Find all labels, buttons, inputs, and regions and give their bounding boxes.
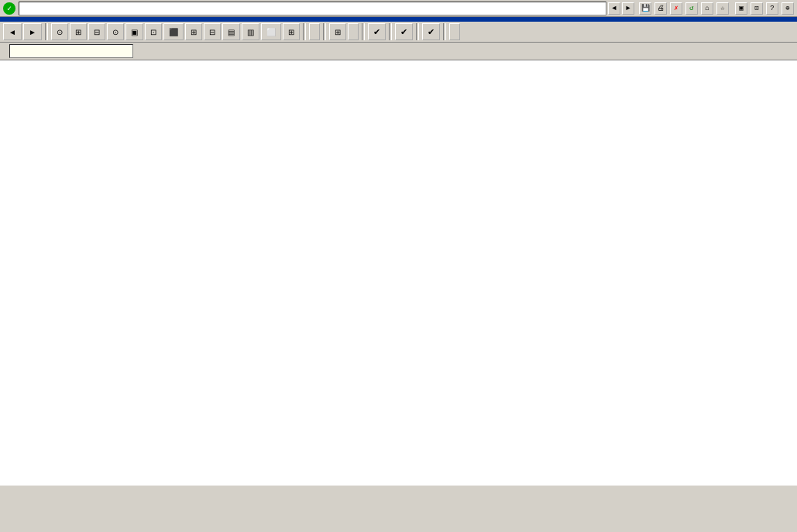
tb2-btn2[interactable]: ⊞: [70, 23, 87, 40]
tb4[interactable]: ⊕: [782, 2, 794, 15]
tb2-btnD[interactable]: ⊞: [283, 23, 300, 40]
forward-btn2[interactable]: ►: [23, 23, 42, 40]
tb2-btn5[interactable]: ▣: [125, 23, 143, 40]
tb2-btnC[interactable]: ⬜: [261, 23, 281, 40]
insert-btn[interactable]: [348, 23, 359, 40]
replace-btn[interactable]: ✔: [368, 23, 386, 40]
fav-btn[interactable]: ☆: [716, 2, 729, 15]
undo-btn[interactable]: ✔: [422, 23, 440, 40]
save-btn[interactable]: 💾: [639, 2, 651, 15]
forward-btn[interactable]: ►: [622, 2, 634, 15]
title-bar: ✓ ◄ ► 💾 🖨 ✗ ↺ ⌂ ☆ ▣ ⊡ ? ⊕: [0, 0, 797, 17]
back-btn[interactable]: ◄: [608, 2, 620, 15]
code-editor[interactable]: [0, 60, 797, 486]
tb2-btnE[interactable]: ⊞: [329, 23, 346, 40]
mode-btn[interactable]: [309, 23, 320, 40]
tb2[interactable]: ⊡: [751, 2, 763, 15]
tb2-btn7[interactable]: ⬛: [163, 23, 184, 40]
include-input[interactable]: [9, 44, 133, 58]
refresh-btn[interactable]: ↺: [685, 2, 698, 15]
tb2-btn3[interactable]: ⊟: [88, 23, 105, 40]
tb1[interactable]: ▣: [735, 2, 747, 15]
print-btn[interactable]: 🖨: [654, 2, 667, 15]
tb2-btn4[interactable]: ⊙: [107, 23, 124, 40]
include-bar: [0, 43, 797, 60]
tb2-btn9[interactable]: ⊟: [204, 23, 221, 40]
delete-btn[interactable]: ✔: [395, 23, 413, 40]
home-btn[interactable]: ⌂: [701, 2, 713, 15]
tb2-btn8[interactable]: ⊞: [185, 23, 202, 40]
back-btn2[interactable]: ◄: [3, 23, 22, 40]
tb2-btnB[interactable]: ▥: [242, 23, 259, 40]
tb2-btn1[interactable]: ⊙: [51, 23, 68, 40]
stop-btn[interactable]: ✗: [670, 2, 682, 15]
tb2-btnA[interactable]: ▤: [222, 23, 240, 40]
url-input[interactable]: [19, 2, 606, 15]
textelement-btn[interactable]: [449, 23, 460, 40]
tb2-btn6[interactable]: ⊡: [145, 23, 162, 40]
tb3[interactable]: ?: [766, 2, 778, 15]
toolbar2: ◄ ► ⊙ ⊞ ⊟ ⊙ ▣ ⊡ ⬛ ⊞ ⊟ ▤ ▥ ⬜ ⊞ ⊞ ✔ ✔ ✔: [0, 22, 797, 43]
app-icon: ✓: [3, 2, 15, 15]
